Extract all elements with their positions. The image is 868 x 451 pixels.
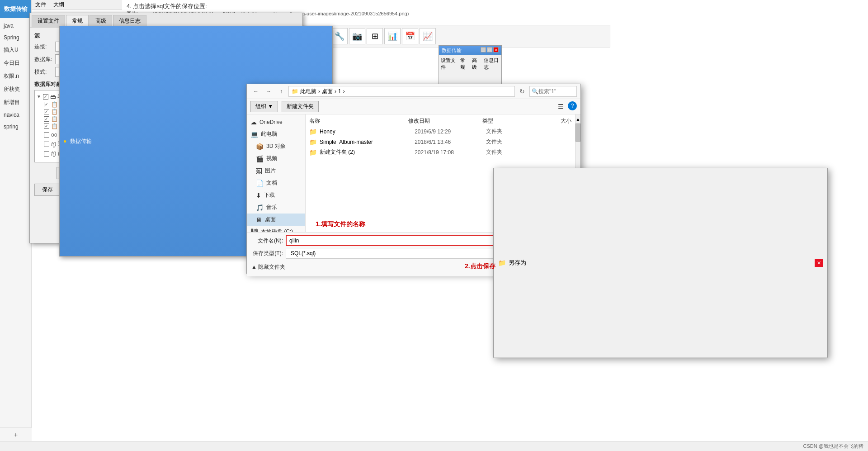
saveas-path-part2: 桌面 <box>322 88 333 95</box>
saveas-sidebar: ☁ OneDrive 💻 此电脑 📦 3D 对象 🎬 视频 🖼 图片 📄 <box>247 114 306 232</box>
file-row-honey[interactable]: 📁 Honey 2019/6/9 12:29 文件夹 <box>307 126 573 137</box>
hide-folder-toggle[interactable]: ▲ 隐藏文件夹 <box>251 263 285 271</box>
dialog2-tab-general[interactable]: 常规 <box>460 57 468 71</box>
scroll-thumb[interactable] <box>576 123 580 142</box>
tgoods-checkbox[interactable]: ✓ <box>44 102 49 107</box>
col-name-header[interactable]: 名称 <box>309 117 408 125</box>
saveas-sidebar-cdrive[interactable]: 💾 本地磁盘 (C:) <box>247 226 305 232</box>
save-btn[interactable]: 保存 <box>34 184 60 196</box>
dialog2-tab-log[interactable]: 信息日志 <box>484 57 500 71</box>
saveas-refresh-btn[interactable]: ↻ <box>517 86 528 97</box>
saveas-path-bar[interactable]: 📁 此电脑 › 桌面 › 1 › <box>288 86 515 97</box>
procs-checkbox[interactable] <box>44 142 49 147</box>
cdrive-label: 本地磁盘 (C:) <box>261 228 293 232</box>
menu-outline[interactable]: 大纲 <box>53 1 64 9</box>
saveas-search-input[interactable] <box>538 88 575 95</box>
saveas-titlebar: 📁 另存为 ✕ <box>493 168 828 358</box>
saveas-organize-btn[interactable]: 组织 ▼ <box>250 101 278 112</box>
tab-general[interactable]: 常规 <box>66 15 89 27</box>
saveas-sidebar-music[interactable]: 🎵 音乐 <box>247 201 305 214</box>
dialog2-close[interactable]: ✕ <box>493 47 499 52</box>
dialog-title: ● 数据传输 <box>63 138 92 145</box>
toolbar-camera-btn[interactable]: 📷 <box>349 28 365 44</box>
tab-log[interactable]: 信息日志 <box>113 15 146 27</box>
saveas-sidebar-thispc[interactable]: 💻 此电脑 <box>247 128 305 140</box>
root-checkbox[interactable]: ✓ <box>43 94 48 100</box>
toolbar-calendar-btn[interactable]: 📅 <box>402 28 418 44</box>
toolbar-area: ⊞ ⊟ 🔧 📷 ⊞ 📊 📅 📈 <box>294 25 610 47</box>
dialog2-maximize[interactable]: □ <box>487 47 492 52</box>
saveas-new-folder-btn[interactable]: 新建文件夹 <box>282 101 319 112</box>
saveas-title-text-area: 📁 另存为 <box>498 259 526 267</box>
status-bar: CSDN @我也是不会飞的猪 <box>0 441 868 451</box>
menu-file[interactable]: 文件 <box>35 1 46 9</box>
saveas-back-btn[interactable]: ← <box>250 86 261 97</box>
saveas-help-btn[interactable]: ? <box>568 101 577 110</box>
sidebar-item-new[interactable]: 新增目 <box>0 96 31 109</box>
search-icon: 🔍 <box>532 88 538 95</box>
saveas-close-btn[interactable]: ✕ <box>815 259 823 267</box>
tab-settings-file[interactable]: 设置文件 <box>32 15 65 27</box>
sidebar-item-today[interactable]: 今日日 <box>0 57 31 70</box>
saveas-forward-btn[interactable]: → <box>263 86 274 97</box>
col-date-header[interactable]: 修改日期 <box>408 117 482 125</box>
album-type: 文件夹 <box>486 138 533 146</box>
torder-checkbox[interactable]: ✓ <box>44 109 49 114</box>
saveas-sidebar-video[interactable]: 🎬 视频 <box>247 152 305 165</box>
sidebar-item-awards[interactable]: 所获奖 <box>0 83 31 96</box>
toolbar-report-btn[interactable]: 📊 <box>384 28 401 44</box>
newfolder-date: 2021/8/19 17:08 <box>415 149 486 156</box>
funcs-checkbox[interactable] <box>44 151 49 157</box>
onedrive-label: OneDrive <box>259 119 283 125</box>
top-menubar: 文件 大纲 <box>32 0 122 10</box>
tshopping-checkbox[interactable]: ✓ <box>44 116 49 122</box>
saveas-folder-icon: 📁 <box>498 259 506 266</box>
saveas-dialog: 📁 另存为 ✕ ← → ↑ 📁 此电脑 › 桌面 › 1 › ↻ 🔍 组织 ▼ … <box>246 84 581 274</box>
toolbar-grid-btn[interactable]: ⊞ <box>367 28 383 44</box>
toolbar-wrench-btn[interactable]: 🔧 <box>331 28 348 44</box>
docs-label: 文档 <box>266 179 277 187</box>
saveas-path-part1: 此电脑 <box>300 88 316 95</box>
tab-advanced[interactable]: 高级 <box>90 15 112 27</box>
tree-toggle[interactable]: ▼ <box>37 94 41 99</box>
sidebar-item-spring2[interactable]: spring <box>0 121 31 133</box>
database-label: 数据库: <box>34 56 52 63</box>
sidebar-item-java[interactable]: java <box>0 20 31 32</box>
saveas-path-sep2: › <box>335 88 336 95</box>
tuser-checkbox[interactable]: ✓ <box>44 123 49 129</box>
col-size-header[interactable]: 大小 <box>532 117 571 125</box>
funcs-icon: f() <box>51 151 56 157</box>
honey-date: 2019/6/9 12:29 <box>415 128 486 135</box>
dialog2-content: 设置文件 常规 高级 信息日志 <box>439 55 501 74</box>
file-row-album[interactable]: 📁 Simple_Album-master 2018/6/1 13:46 文件夹 <box>307 137 573 147</box>
downloads-label: 下载 <box>264 191 275 199</box>
desktop-label: 桌面 <box>265 216 276 223</box>
saveas-sidebar-downloads[interactable]: ⬇ 下载 <box>247 189 305 201</box>
col-type-header[interactable]: 类型 <box>482 117 532 125</box>
scroll-up-btn[interactable]: ▲ <box>576 114 580 123</box>
nav-add-btn[interactable]: + <box>14 431 18 438</box>
sidebar-item-insert[interactable]: 插入U <box>0 43 31 57</box>
dialog2-minimize[interactable]: _ <box>481 47 486 52</box>
cdrive-icon: 💾 <box>250 228 258 233</box>
saveas-sidebar-onedrive[interactable]: ☁ OneDrive <box>247 116 305 128</box>
schema-label: 模式: <box>34 68 52 76</box>
file-row-newfolder[interactable]: 📁 新建文件夹 (2) 2021/8/19 17:08 文件夹 <box>307 147 573 157</box>
sidebar-item-spring[interactable]: Spring <box>0 32 31 43</box>
album-name: Simple_Album-master <box>320 139 415 145</box>
sidebar-item-rights[interactable]: 权限.n <box>0 70 31 83</box>
dialog2-tab-settings[interactable]: 设置文件 <box>441 57 457 71</box>
views-checkbox[interactable] <box>44 132 49 138</box>
saveas-up-btn[interactable]: ↑ <box>276 86 287 97</box>
sidebar-item-navica[interactable]: navica <box>0 109 31 121</box>
saveas-sidebar-docs[interactable]: 📄 文档 <box>247 177 305 189</box>
saveas-view-toggle-btn[interactable]: ☰ <box>555 101 566 112</box>
toolbar-chart-btn[interactable]: 📈 <box>420 28 436 44</box>
saveas-sidebar-pictures[interactable]: 🖼 图片 <box>247 165 305 177</box>
pictures-label: 图片 <box>265 167 276 175</box>
dialog2-tab-advanced[interactable]: 高级 <box>472 57 480 71</box>
newfolder-type: 文件夹 <box>486 148 533 156</box>
saveas-sidebar-desktop[interactable]: 🖥 桌面 <box>247 214 305 226</box>
saveas-sidebar-3d[interactable]: 📦 3D 对象 <box>247 140 305 152</box>
desktop-icon: 🖥 <box>256 216 262 223</box>
